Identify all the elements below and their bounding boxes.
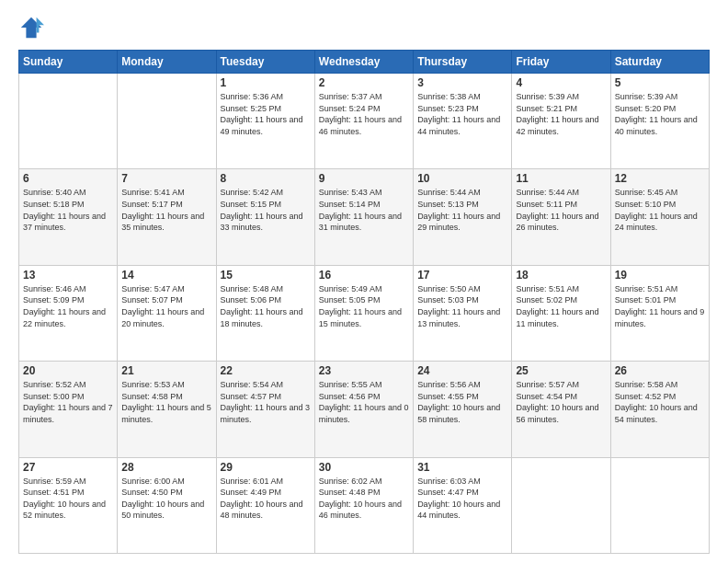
week-row-2: 6Sunrise: 5:40 AMSunset: 5:18 PMDaylight… — [19, 169, 710, 265]
calendar-header: SundayMondayTuesdayWednesdayThursdayFrid… — [19, 51, 710, 74]
svg-marker-1 — [37, 17, 44, 33]
day-cell: 3Sunrise: 5:38 AMSunset: 5:23 PMDaylight… — [414, 74, 512, 169]
day-number: 23 — [319, 364, 409, 377]
day-info: Sunrise: 5:40 AMSunset: 5:18 PMDaylight:… — [23, 187, 113, 233]
day-number: 26 — [615, 364, 705, 377]
day-number: 14 — [121, 269, 211, 282]
day-info: Sunrise: 5:43 AMSunset: 5:14 PMDaylight:… — [319, 187, 409, 233]
week-row-3: 13Sunrise: 5:46 AMSunset: 5:09 PMDayligh… — [19, 265, 710, 361]
day-cell: 21Sunrise: 5:53 AMSunset: 4:58 PMDayligh… — [118, 362, 216, 457]
day-number: 13 — [23, 269, 113, 282]
day-number: 11 — [516, 172, 606, 185]
day-cell: 29Sunrise: 6:01 AMSunset: 4:49 PMDayligh… — [216, 457, 314, 553]
day-number: 6 — [23, 172, 113, 185]
day-cell: 19Sunrise: 5:51 AMSunset: 5:01 PMDayligh… — [610, 265, 709, 361]
day-number: 17 — [417, 269, 507, 282]
day-number: 9 — [319, 172, 409, 185]
logo — [18, 15, 48, 40]
day-info: Sunrise: 5:36 AMSunset: 5:25 PMDaylight:… — [221, 91, 311, 137]
day-info: Sunrise: 5:37 AMSunset: 5:24 PMDaylight:… — [319, 91, 409, 137]
day-cell — [610, 457, 709, 553]
day-info: Sunrise: 6:02 AMSunset: 4:48 PMDaylight:… — [319, 476, 409, 522]
day-info: Sunrise: 5:51 AMSunset: 5:02 PMDaylight:… — [516, 283, 606, 329]
calendar-table: SundayMondayTuesdayWednesdayThursdayFrid… — [18, 50, 710, 554]
day-number: 2 — [319, 76, 409, 89]
day-info: Sunrise: 5:49 AMSunset: 5:05 PMDaylight:… — [319, 283, 409, 329]
day-info: Sunrise: 5:39 AMSunset: 5:21 PMDaylight:… — [516, 91, 606, 137]
day-info: Sunrise: 6:00 AMSunset: 4:50 PMDaylight:… — [121, 476, 211, 522]
day-cell — [118, 74, 216, 169]
week-row-1: 1Sunrise: 5:36 AMSunset: 5:25 PMDaylight… — [19, 74, 710, 169]
day-number: 21 — [121, 364, 211, 377]
day-cell: 27Sunrise: 5:59 AMSunset: 4:51 PMDayligh… — [19, 457, 118, 553]
day-cell: 14Sunrise: 5:47 AMSunset: 5:07 PMDayligh… — [118, 265, 216, 361]
day-cell: 9Sunrise: 5:43 AMSunset: 5:14 PMDaylight… — [314, 169, 413, 265]
day-number: 18 — [516, 269, 606, 282]
day-info: Sunrise: 5:51 AMSunset: 5:01 PMDaylight:… — [615, 283, 705, 329]
day-cell: 7Sunrise: 5:41 AMSunset: 5:17 PMDaylight… — [118, 169, 216, 265]
day-info: Sunrise: 5:45 AMSunset: 5:10 PMDaylight:… — [615, 187, 705, 233]
day-header-tuesday: Tuesday — [216, 51, 314, 74]
day-header-thursday: Thursday — [414, 51, 512, 74]
header — [18, 15, 710, 40]
day-cell: 4Sunrise: 5:39 AMSunset: 5:21 PMDaylight… — [512, 74, 610, 169]
day-info: Sunrise: 5:59 AMSunset: 4:51 PMDaylight:… — [23, 476, 113, 522]
day-info: Sunrise: 5:54 AMSunset: 4:57 PMDaylight:… — [221, 379, 311, 425]
day-number: 24 — [417, 364, 507, 377]
day-header-saturday: Saturday — [610, 51, 709, 74]
day-number: 20 — [23, 364, 113, 377]
day-cell: 5Sunrise: 5:39 AMSunset: 5:20 PMDaylight… — [610, 74, 709, 169]
day-number: 3 — [417, 76, 507, 89]
day-header-friday: Friday — [512, 51, 610, 74]
page: SundayMondayTuesdayWednesdayThursdayFrid… — [0, 0, 728, 563]
day-info: Sunrise: 5:39 AMSunset: 5:20 PMDaylight:… — [615, 91, 705, 137]
day-number: 29 — [221, 461, 311, 474]
day-cell: 31Sunrise: 6:03 AMSunset: 4:47 PMDayligh… — [414, 457, 512, 553]
day-number: 10 — [417, 172, 507, 185]
day-cell: 12Sunrise: 5:45 AMSunset: 5:10 PMDayligh… — [610, 169, 709, 265]
day-cell — [512, 457, 610, 553]
day-number: 19 — [615, 269, 705, 282]
week-row-5: 27Sunrise: 5:59 AMSunset: 4:51 PMDayligh… — [19, 457, 710, 553]
day-number: 25 — [516, 364, 606, 377]
day-info: Sunrise: 5:48 AMSunset: 5:06 PMDaylight:… — [221, 283, 311, 329]
day-number: 16 — [319, 269, 409, 282]
day-number: 15 — [221, 269, 311, 282]
week-row-4: 20Sunrise: 5:52 AMSunset: 5:00 PMDayligh… — [19, 362, 710, 457]
day-info: Sunrise: 5:52 AMSunset: 5:00 PMDaylight:… — [23, 379, 113, 425]
day-info: Sunrise: 5:42 AMSunset: 5:15 PMDaylight:… — [221, 187, 311, 233]
day-info: Sunrise: 6:03 AMSunset: 4:47 PMDaylight:… — [417, 476, 507, 522]
day-cell: 2Sunrise: 5:37 AMSunset: 5:24 PMDaylight… — [314, 74, 413, 169]
day-number: 1 — [221, 76, 311, 89]
day-cell: 13Sunrise: 5:46 AMSunset: 5:09 PMDayligh… — [19, 265, 118, 361]
day-cell: 22Sunrise: 5:54 AMSunset: 4:57 PMDayligh… — [216, 362, 314, 457]
day-number: 28 — [121, 461, 211, 474]
day-cell: 8Sunrise: 5:42 AMSunset: 5:15 PMDaylight… — [216, 169, 314, 265]
day-number: 27 — [23, 461, 113, 474]
day-info: Sunrise: 5:46 AMSunset: 5:09 PMDaylight:… — [23, 283, 113, 329]
day-header-wednesday: Wednesday — [314, 51, 413, 74]
day-info: Sunrise: 5:57 AMSunset: 4:54 PMDaylight:… — [516, 379, 606, 425]
day-cell — [19, 74, 118, 169]
day-cell: 10Sunrise: 5:44 AMSunset: 5:13 PMDayligh… — [414, 169, 512, 265]
day-header-sunday: Sunday — [19, 51, 118, 74]
day-number: 30 — [319, 461, 409, 474]
day-number: 12 — [615, 172, 705, 185]
day-cell: 1Sunrise: 5:36 AMSunset: 5:25 PMDaylight… — [216, 74, 314, 169]
day-number: 7 — [121, 172, 211, 185]
day-number: 5 — [615, 76, 705, 89]
day-cell: 11Sunrise: 5:44 AMSunset: 5:11 PMDayligh… — [512, 169, 610, 265]
day-info: Sunrise: 6:01 AMSunset: 4:49 PMDaylight:… — [221, 476, 311, 522]
day-info: Sunrise: 5:50 AMSunset: 5:03 PMDaylight:… — [417, 283, 507, 329]
day-cell: 17Sunrise: 5:50 AMSunset: 5:03 PMDayligh… — [414, 265, 512, 361]
day-cell: 6Sunrise: 5:40 AMSunset: 5:18 PMDaylight… — [19, 169, 118, 265]
day-info: Sunrise: 5:56 AMSunset: 4:55 PMDaylight:… — [417, 379, 507, 425]
day-cell: 15Sunrise: 5:48 AMSunset: 5:06 PMDayligh… — [216, 265, 314, 361]
day-number: 31 — [417, 461, 507, 474]
day-info: Sunrise: 5:44 AMSunset: 5:11 PMDaylight:… — [516, 187, 606, 233]
day-cell: 26Sunrise: 5:58 AMSunset: 4:52 PMDayligh… — [610, 362, 709, 457]
day-cell: 16Sunrise: 5:49 AMSunset: 5:05 PMDayligh… — [314, 265, 413, 361]
day-cell: 18Sunrise: 5:51 AMSunset: 5:02 PMDayligh… — [512, 265, 610, 361]
day-number: 4 — [516, 76, 606, 89]
day-cell: 30Sunrise: 6:02 AMSunset: 4:48 PMDayligh… — [314, 457, 413, 553]
